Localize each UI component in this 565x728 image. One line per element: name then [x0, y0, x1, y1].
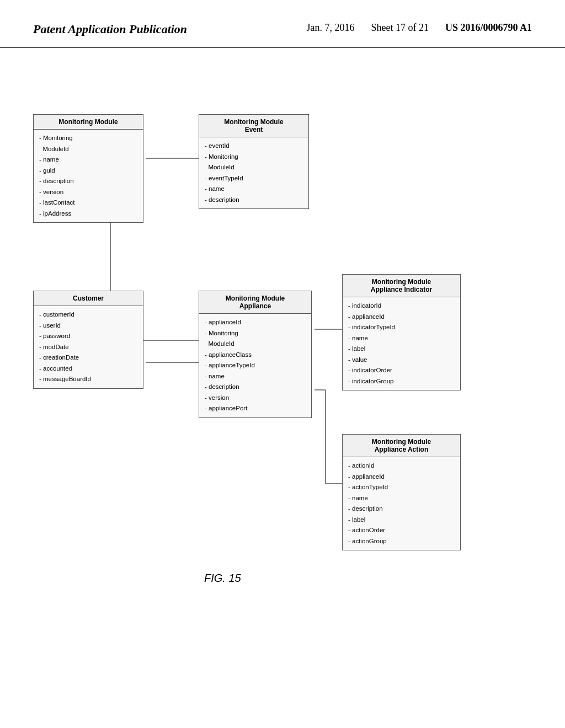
page-header: Patent Application Publication Jan. 7, 2…	[0, 0, 565, 48]
patent-number: US 2016/0006790 A1	[445, 22, 532, 34]
monitoring-module-title: Monitoring Module	[34, 115, 143, 130]
monitoring-module-event-box: Monitoring ModuleEvent - eventId - Monit…	[199, 114, 309, 209]
publication-title: Patent Application Publication	[33, 22, 187, 36]
monitoring-module-appliance-box: Monitoring ModuleAppliance - applianceId…	[199, 291, 312, 418]
monitoring-module-box: Monitoring Module - Monitoring ModuleId …	[33, 114, 143, 223]
monitoring-module-appliance-body: - applianceId - Monitoring ModuleId - ap…	[199, 314, 311, 417]
customer-title: Customer	[34, 291, 143, 306]
monitoring-module-body: - Monitoring ModuleId - name - guid - de…	[34, 130, 143, 222]
monitoring-module-appliance-indicator-title: Monitoring ModuleAppliance Indicator	[343, 275, 460, 297]
monitoring-module-appliance-indicator-body: - indicatorId - applianceId - indicatorT…	[343, 297, 460, 390]
monitoring-module-appliance-action-body: - actionId - applianceId - actionTypeId …	[343, 457, 460, 550]
monitoring-module-event-body: - eventId - Monitoring ModuleId - eventT…	[199, 137, 308, 208]
customer-box: Customer - customerId - userId - passwor…	[33, 291, 143, 389]
monitoring-module-appliance-title: Monitoring ModuleAppliance	[199, 291, 311, 314]
monitoring-module-appliance-action-title: Monitoring ModuleAppliance Action	[343, 435, 460, 457]
publication-date: Jan. 7, 2016	[306, 22, 354, 34]
diagram-area: Monitoring Module - Monitoring ModuleId …	[0, 48, 565, 699]
customer-body: - customerId - userId - password - modDa…	[34, 306, 143, 388]
monitoring-module-appliance-indicator-box: Monitoring ModuleAppliance Indicator - i…	[342, 274, 461, 390]
sheet-info: Sheet 17 of 21	[371, 22, 428, 34]
header-meta: Jan. 7, 2016 Sheet 17 of 21 US 2016/0006…	[306, 22, 532, 34]
monitoring-module-event-title: Monitoring ModuleEvent	[199, 115, 308, 137]
figure-label: FIG. 15	[204, 572, 241, 585]
monitoring-module-appliance-action-box: Monitoring ModuleAppliance Action - acti…	[342, 434, 461, 550]
